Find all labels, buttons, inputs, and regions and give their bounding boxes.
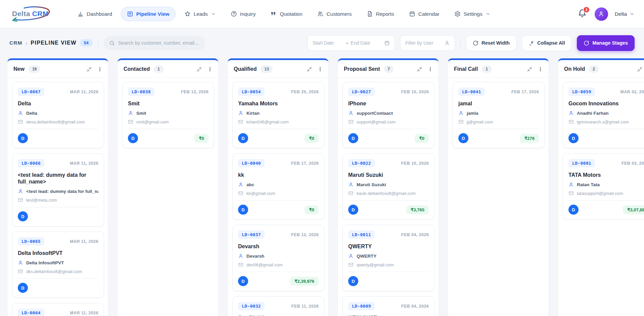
lead-date: FEB 10, 2026	[401, 161, 429, 166]
assignee-avatar[interactable]: D	[348, 205, 358, 215]
amount-badge: ₹2,39,976	[290, 277, 319, 286]
lead-date: FEB 03, 2026	[622, 161, 644, 166]
lead-email: jj@gmail.com	[467, 119, 493, 124]
notifications-button[interactable]: 2	[577, 8, 588, 20]
column-collapse-icon[interactable]	[307, 66, 312, 72]
end-date-input[interactable]	[351, 40, 381, 46]
lead-card[interactable]: LD-0067 MAR 11, 2026 Delta Delta deva.de…	[12, 82, 104, 148]
assignee-avatar[interactable]: D	[238, 276, 248, 286]
nav-item-dashboard[interactable]: Dashboard	[71, 7, 118, 21]
assignee-avatar[interactable]: D	[568, 133, 579, 143]
search-input[interactable]	[118, 40, 200, 46]
lead-contact-name: jamla	[467, 111, 478, 116]
mail-icon	[238, 191, 243, 196]
lead-card[interactable]: LD-0054 FEB 25, 2026 Yamaha Motors Kirta…	[232, 82, 324, 148]
lead-card[interactable]: LD-0011 FEB 04, 2026 QWERTY QWERTY qwert…	[342, 225, 434, 291]
assignee-avatar[interactable]: D	[18, 211, 28, 221]
lead-card[interactable]: LD-0065 MAR 11, 2026 Delta InfosoftPVT D…	[12, 231, 104, 298]
lead-contact-name: supportContaact	[357, 111, 393, 116]
column-collapse-icon[interactable]	[637, 66, 643, 72]
brand-logo[interactable]: Delta CRM	[9, 4, 52, 24]
mail-icon	[18, 197, 23, 203]
lead-email-row: support@gmail.com	[348, 119, 429, 124]
lead-card[interactable]: LD-0037 FEB 12, 2026 Devarsh Devarsh dev…	[232, 225, 324, 291]
assignee-avatar[interactable]: D	[238, 205, 248, 215]
stage-card-list[interactable]: LD-0067 MAR 11, 2026 Delta Delta deva.de…	[7, 78, 108, 316]
lead-card[interactable]: LD-0001 FEB 03, 2026 TATA Motors Ratan T…	[563, 153, 644, 220]
person-icon	[568, 182, 574, 187]
lead-id-badge: LD-0059	[568, 88, 595, 96]
column-menu-icon[interactable]	[538, 66, 543, 72]
assignee-avatar[interactable]: D	[238, 133, 248, 143]
column-menu-icon[interactable]	[427, 66, 433, 72]
stage-card-list[interactable]: LD-0038 FEB 12, 2026 Smit Smit smit@gmai…	[118, 78, 218, 316]
nav-item-pipeline-view[interactable]: Pipeline View	[121, 7, 176, 21]
pipeline-board: New 19 LD-0067 MAR 11, 2026 Delta Delta …	[0, 58, 644, 316]
filter-by-user	[400, 35, 455, 51]
stage-column-final-call: Final Call 1 LD-0041 FEB 17, 2026 jamal …	[448, 58, 549, 316]
lead-email: support@gmail.com	[357, 119, 396, 124]
column-collapse-icon[interactable]	[527, 66, 533, 72]
assignee-avatar[interactable]: D	[348, 133, 358, 143]
assignee-avatar[interactable]: D	[348, 276, 358, 286]
nav-item-quotation[interactable]: Quotation	[264, 7, 308, 21]
lead-contact-row: Kirtan	[238, 110, 319, 116]
assignee-avatar[interactable]: D	[18, 283, 28, 293]
lead-card[interactable]: LD-0064 MAR 11, 2026	[12, 303, 104, 316]
nav-item-inquiry[interactable]: Inquiry	[225, 7, 262, 21]
lead-card[interactable]: LD-0059 MAR 02, 2026 Gocom Innovations A…	[563, 82, 644, 148]
lead-id-badge: LD-0064	[18, 309, 44, 316]
breadcrumb-crm[interactable]: CRM	[9, 40, 22, 46]
column-menu-icon[interactable]	[207, 66, 213, 72]
collapse-all-button[interactable]: Collapse All	[522, 35, 571, 51]
nav-item-customers[interactable]: Customers	[311, 7, 358, 21]
lead-card[interactable]: LD-0040 FEB 17, 2026 kk abc kk@gmail.com…	[232, 153, 324, 220]
reset-width-button[interactable]: Reset Width	[466, 35, 516, 51]
assignee-avatar[interactable]: D	[458, 133, 468, 143]
nav-item-label: Quotation	[280, 11, 302, 17]
toolbar-divider	[98, 38, 98, 48]
lead-card[interactable]: LD-0022 FEB 10, 2026 Maruti Suzuki Marut…	[342, 153, 434, 220]
lead-id-badge: LD-0065	[18, 237, 44, 246]
stage-column-header: Qualified 13	[228, 60, 328, 78]
start-date-input[interactable]	[313, 40, 343, 46]
stage-card-list[interactable]: LD-0059 MAR 02, 2026 Gocom Innovations A…	[558, 78, 644, 316]
nav-item-label: Customers	[327, 11, 352, 17]
filter-user-input[interactable]	[405, 40, 442, 46]
lead-email: kirtan546@gmail.com	[246, 119, 289, 124]
assignee-avatar[interactable]: D	[18, 133, 28, 143]
lead-card[interactable]: LD-0066 MAR 11, 2026 <test lead: dummy d…	[12, 153, 104, 226]
nav-item-reports[interactable]: Reports	[361, 7, 400, 21]
mail-icon	[568, 191, 574, 196]
lead-card[interactable]: LD-0009 FEB 04, 2026 NEW CUST	[342, 296, 434, 316]
stage-card-list[interactable]: LD-0027 FEB 10, 2026 IPhone supportConta…	[338, 78, 439, 316]
mail-icon	[568, 119, 574, 124]
nav-item-leads[interactable]: Leads	[178, 7, 222, 21]
brand-name: Delta CRM	[12, 10, 49, 18]
stage-card-list[interactable]: LD-0041 FEB 17, 2026 jamal jamla jj@gmai…	[448, 78, 549, 316]
column-collapse-icon[interactable]	[417, 66, 422, 72]
assignee-avatar[interactable]: D	[128, 133, 138, 143]
lead-title: QWERTY	[348, 243, 429, 250]
stage-count-badge: 7	[384, 65, 394, 73]
nav-item-settings[interactable]: Settings	[448, 7, 497, 21]
nav-item-label: Dashboard	[87, 11, 112, 17]
column-menu-icon[interactable]	[97, 66, 103, 72]
nav-item-icon	[454, 11, 461, 17]
card-divider	[238, 200, 319, 201]
amount-badge: ₹0	[305, 205, 319, 214]
assignee-avatar[interactable]: D	[568, 205, 579, 215]
nav-item-calendar[interactable]: Calendar	[403, 7, 446, 21]
column-menu-icon[interactable]	[317, 66, 323, 72]
column-collapse-icon[interactable]	[86, 66, 92, 72]
lead-card[interactable]: LD-0032 FEB 11, 2026 JustDial User	[232, 296, 324, 316]
stage-card-list[interactable]: LD-0054 FEB 25, 2026 Yamaha Motors Kirta…	[228, 78, 328, 316]
user-menu[interactable]: Delta	[615, 11, 635, 17]
lead-card[interactable]: LD-0027 FEB 10, 2026 IPhone supportConta…	[342, 82, 434, 148]
manage-stages-button[interactable]: Manage Stages	[577, 35, 635, 51]
lead-card[interactable]: LD-0041 FEB 17, 2026 jamal jamla jj@gmai…	[453, 82, 545, 148]
lead-card[interactable]: LD-0038 FEB 12, 2026 Smit Smit smit@gmai…	[122, 82, 214, 148]
column-collapse-icon[interactable]	[196, 66, 202, 72]
user-avatar[interactable]	[595, 7, 608, 21]
amount-badge: ₹0	[415, 134, 429, 143]
